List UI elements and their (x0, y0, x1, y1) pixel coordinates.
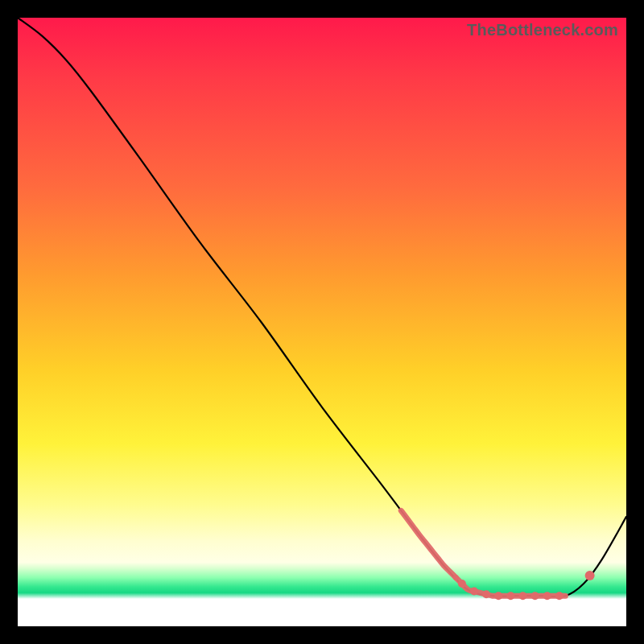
highlight-point-ascending (585, 571, 595, 580)
valley-dot (531, 592, 539, 600)
valley-dot (494, 592, 502, 600)
bottleneck-curve (18, 18, 626, 597)
valley-dot (518, 592, 526, 600)
curve-svg (18, 18, 626, 626)
highlight-descending (401, 510, 456, 577)
plot-area: TheBottleneck.com (18, 18, 626, 626)
valley-dot (555, 592, 564, 600)
valley-dot (470, 588, 478, 596)
valley-dot (458, 580, 466, 588)
valley-dots (458, 580, 564, 600)
valley-dot (506, 592, 514, 600)
valley-dot (482, 590, 490, 598)
chart-frame: TheBottleneck.com (0, 0, 644, 644)
valley-dot (543, 592, 551, 600)
